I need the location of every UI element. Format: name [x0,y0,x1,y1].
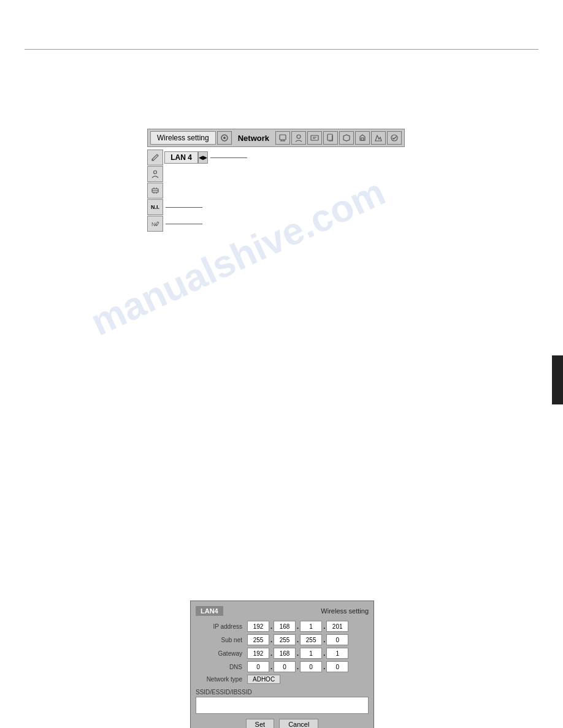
subnet-octet-3[interactable]: 255 [300,634,322,645]
dns-label: DNS [196,664,245,670]
ssid-label: SSID/ESSID/IBSSID [196,689,369,696]
subnet-label: Sub net [196,637,245,643]
settings-icon[interactable] [147,183,163,199]
subnet-octet-2[interactable]: 255 [274,634,296,645]
ip-octet-1[interactable]: 192 [247,621,269,632]
n-pencil-row: N [147,216,247,232]
toolbar-icon-7[interactable] [355,131,370,145]
svg-rect-5 [327,134,332,140]
toolbar-icon-8[interactable] [371,131,386,145]
ip-octet-3[interactable]: 1 [300,621,322,632]
svg-text:N: N [151,221,156,227]
subnet-fields: 255 . 255 . 255 . 0 [247,634,369,645]
dns-octet-3[interactable]: 0 [300,661,322,672]
dialog-title-lan: LAN4 [196,606,223,616]
right-tab [552,355,563,404]
gateway-octet-2[interactable]: 168 [274,648,296,659]
gateway-dot-2: . [297,650,299,657]
network-type-value-container: ADHOC [247,675,369,684]
n-pencil-line [166,224,202,224]
person-row [147,166,247,182]
dialog-buttons: Set Cancel [196,719,369,728]
ip-address-label: IP address [196,623,245,630]
set-button[interactable]: Set [246,719,275,728]
toolbar-icon-5[interactable] [323,131,338,145]
ni-line [166,207,202,208]
ip-octet-2[interactable]: 168 [274,621,296,632]
subnet-octet-4[interactable]: 0 [326,634,348,645]
dialog-title-wireless: Wireless setting [321,607,369,615]
ssid-input[interactable] [196,697,369,714]
toolbar-icon-3[interactable] [291,131,306,145]
svg-rect-6 [361,138,364,140]
top-ui-section: Wireless setting Network [147,129,405,232]
toolbar-icon-2[interactable] [275,131,290,145]
ip-dot-3: . [323,623,325,630]
network-type-label: Network type [196,676,245,683]
person-icon[interactable] [147,166,163,182]
toolbar-icon-4[interactable] [307,131,322,145]
subnet-dot-1: . [270,636,272,643]
cancel-button[interactable]: Cancel [279,719,318,728]
dns-dot-2: . [297,663,299,670]
lan-line [210,157,247,158]
ni-row: N.I. [147,199,247,215]
lan-arrow-btn[interactable]: ◀▶ [198,151,208,164]
svg-point-3 [297,135,301,138]
subnet-dot-3: . [323,636,325,643]
n-pencil-icon[interactable]: N [147,216,163,232]
ip-dot-1: . [270,623,272,630]
gateway-octet-1[interactable]: 192 [247,648,269,659]
ip-address-fields: 192 . 168 . 1 . 201 [247,621,369,632]
gateway-dot-1: . [270,650,272,657]
wireless-settings-dialog: LAN4 Wireless setting IP address 192 . 1… [190,601,374,728]
dns-fields: 0 . 0 . 0 . 0 [247,661,369,672]
dns-octet-1[interactable]: 0 [247,661,269,672]
dns-dot-1: . [270,663,272,670]
sidebar-column: LAN 4 ◀▶ N.I. [147,150,247,232]
svg-rect-4 [311,135,318,140]
top-divider [25,49,538,50]
ip-octet-4[interactable]: 201 [326,621,348,632]
dns-octet-2[interactable]: 0 [274,661,296,672]
wireless-setting-button[interactable]: Wireless setting [150,131,216,145]
network-label: Network [233,132,274,144]
ni-icon[interactable]: N.I. [147,199,163,215]
toolbar-icon-1[interactable] [217,131,232,145]
pencil-icon[interactable] [147,150,163,165]
svg-point-8 [154,171,157,174]
svg-point-1 [223,137,226,139]
settings-row [147,183,247,199]
gateway-dot-3: . [323,650,325,657]
subnet-octet-1[interactable]: 255 [247,634,269,645]
lan-row: LAN 4 ◀▶ [147,150,247,165]
dns-octet-4[interactable]: 0 [326,661,348,672]
gateway-label: Gateway [196,650,245,657]
toolbar-icon-9[interactable] [387,131,402,145]
toolbar-row: Wireless setting Network [147,129,405,147]
dns-dot-3: . [323,663,325,670]
gateway-octet-3[interactable]: 1 [300,648,322,659]
dialog-header: LAN4 Wireless setting [196,606,369,616]
gateway-octet-4[interactable]: 1 [326,648,348,659]
lan-display: LAN 4 [164,151,198,164]
network-type-button[interactable]: ADHOC [247,675,280,684]
ip-dot-2: . [297,623,299,630]
dialog-form: IP address 192 . 168 . 1 . 201 Sub net 2… [196,621,369,714]
ssid-section: SSID/ESSID/IBSSID [196,689,369,714]
svg-rect-2 [280,135,286,140]
toolbar-icons-group [275,131,402,145]
toolbar-icon-6[interactable] [339,131,354,145]
gateway-fields: 192 . 168 . 1 . 1 [247,648,369,659]
subnet-dot-2: . [297,636,299,643]
sidebar-section: LAN 4 ◀▶ N.I. [147,148,405,232]
